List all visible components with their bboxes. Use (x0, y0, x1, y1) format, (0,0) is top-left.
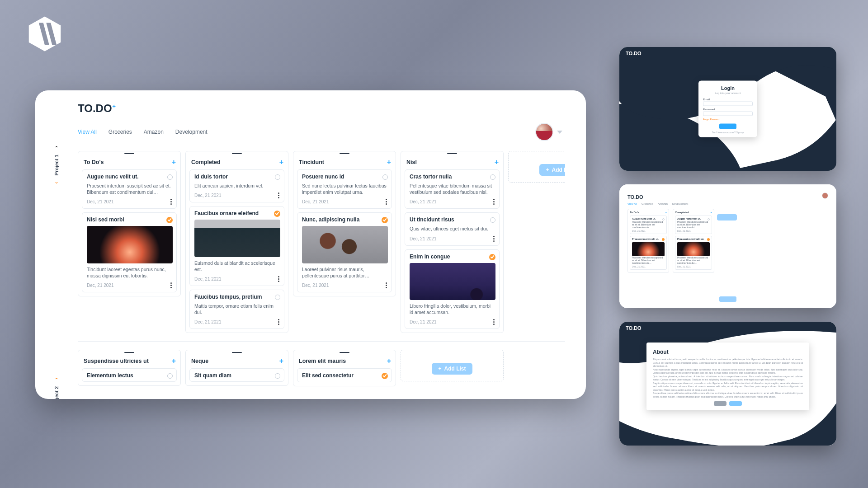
mini-tab[interactable]: View All (627, 202, 637, 205)
status-done-icon[interactable] (274, 211, 280, 217)
card[interactable]: Elit sed consectetur (297, 368, 392, 382)
mini-card[interactable]: Praesent morri velit ut. Praesent interd… (630, 236, 667, 270)
card[interactable]: Id duis tortor Elit aenean sapien, inter… (189, 169, 284, 202)
mini-avatar[interactable] (822, 192, 828, 199)
plus-icon: + (438, 366, 441, 372)
mini-list: To Do's+ Augue nunc velit ut. Praesent i… (627, 209, 669, 273)
mini-tab[interactable]: Amazon (658, 202, 668, 205)
mini-list-title: To Do's (630, 211, 639, 214)
tab-development[interactable]: Development (175, 129, 208, 135)
card[interactable]: Cras tortor nulla Pellentesque vitae bib… (405, 169, 500, 209)
status-toggle-icon[interactable] (167, 174, 173, 180)
status-toggle-icon[interactable] (490, 217, 495, 223)
user-menu-caret-icon[interactable] (557, 131, 562, 134)
mock-brand: TO.DO (626, 51, 642, 56)
tab-amazon[interactable]: Amazon (144, 129, 164, 135)
add-card-button[interactable]: + (172, 159, 176, 166)
card[interactable]: Faucibus ornare eleifend Euismod duis at… (189, 206, 284, 286)
mini-list: Completed+ Augue nunc velit ut. Praesent… (673, 209, 714, 273)
mini-tab[interactable]: Development (672, 202, 688, 205)
card[interactable]: Augue nunc velit ut. Praesent interdum s… (82, 169, 177, 209)
add-card-button[interactable]: + (387, 159, 391, 166)
login-title: Login (703, 85, 753, 91)
status-toggle-icon[interactable] (167, 373, 173, 379)
add-card-button[interactable]: + (495, 159, 499, 166)
card-menu-icon[interactable] (277, 192, 280, 199)
about-para: Arcu malesuada sapien, eget blandit turp… (653, 368, 803, 375)
forgot-password-link[interactable]: Forgot Password (703, 118, 753, 121)
card[interactable]: Nisl sed morbi Tincidunt laoreet egestas… (82, 212, 177, 292)
add-card-button[interactable]: + (279, 357, 283, 365)
card-desc: Praesent interdum suscipit sed ac sit et… (87, 183, 173, 195)
card-menu-icon[interactable] (170, 198, 173, 206)
card-menu-icon[interactable] (492, 198, 495, 206)
mini-card[interactable]: Praesent morri velit ut. Praesent interd… (675, 236, 712, 270)
status-done-icon[interactable] (382, 217, 388, 223)
user-avatar[interactable] (535, 123, 553, 141)
card-date: Dec, 21 2021 (87, 199, 114, 204)
email-input[interactable] (703, 102, 753, 106)
card-title: Nisl sed morbi (87, 216, 124, 223)
login-footer: Don't have an account? Sign up (703, 131, 753, 134)
card[interactable]: Enim in congue Libero fringilla dolor, v… (405, 249, 500, 329)
card[interactable]: Posuere nunc id Sed nunc lectus pulvinar… (297, 169, 392, 209)
card[interactable]: Sit quam diam (189, 368, 284, 382)
password-input[interactable] (703, 112, 753, 116)
status-toggle-icon[interactable] (275, 174, 280, 180)
list-title: Neque (191, 358, 208, 364)
status-toggle-icon[interactable] (490, 174, 495, 180)
about-button-secondary[interactable] (714, 401, 726, 406)
card-title: Id duis tortor (194, 174, 228, 180)
login-button[interactable] (719, 124, 736, 129)
card[interactable]: Faucibus tempus, pretium Mattis tempor, … (189, 290, 284, 329)
card-menu-icon[interactable] (277, 318, 280, 326)
add-list-button[interactable]: + Add List (539, 164, 565, 176)
tab-groceries[interactable]: Groceries (108, 129, 132, 135)
card-image (87, 226, 173, 263)
status-done-icon[interactable] (489, 254, 495, 260)
card-menu-icon[interactable] (492, 235, 495, 243)
card[interactable]: Ut tincidunt risus Quis vitae, ultrices … (405, 212, 500, 245)
project-1-section: To Do's + Augue nunc velit ut. Praesent … (78, 149, 565, 341)
add-card-button[interactable]: + (279, 159, 283, 166)
add-list-slot: + Add List (508, 151, 565, 183)
card-menu-icon[interactable] (170, 282, 173, 289)
mini-card[interactable]: Augue nunc velit ut. Praesent interdum s… (675, 216, 712, 234)
card-date: Dec, 21 2021 (410, 319, 437, 324)
mini-bottom-button[interactable] (719, 296, 736, 302)
password-label: Password (703, 108, 753, 111)
about-button-primary[interactable] (729, 401, 742, 406)
card-title: Faucibus ornare eleifend (194, 210, 259, 216)
mini-card[interactable]: Augue nunc velit ut. Praesent interdum s… (630, 216, 667, 234)
status-toggle-icon[interactable] (275, 295, 280, 300)
tab-view-all[interactable]: View All (78, 129, 97, 135)
card-menu-icon[interactable] (492, 318, 495, 326)
status-done-icon[interactable] (382, 373, 388, 379)
status-done-icon[interactable] (166, 217, 173, 223)
card-date: Dec, 21 2021 (194, 193, 222, 198)
card[interactable]: Elementum lectus (82, 368, 177, 382)
card-desc: Quis vitae, ultrices eget metus sit dui. (410, 225, 495, 232)
add-card-button[interactable]: + (172, 357, 176, 365)
add-card-button[interactable]: + (387, 357, 391, 365)
card-menu-icon[interactable] (385, 198, 388, 206)
status-toggle-icon[interactable] (382, 174, 388, 180)
card-date: Dec, 21 2021 (194, 319, 222, 324)
card-title: Sit quam diam (194, 372, 231, 379)
add-list-slot: + Add List (401, 350, 504, 381)
mini-card-image (632, 242, 665, 256)
mini-add-list-button[interactable] (717, 214, 737, 221)
card-title: Cras tortor nulla (410, 174, 452, 180)
list-suspendisse: Suspendisse ultricies ut + Elementum lec… (78, 350, 181, 386)
card-menu-icon[interactable] (277, 275, 280, 283)
list-neque: Neque + Sit quam diam (185, 350, 288, 386)
add-list-button[interactable]: + Add List (432, 363, 472, 375)
card-title: Elit sed consectetur (302, 372, 354, 379)
mock-login-screen: TO.DO Login Log into your account Email … (619, 47, 836, 171)
about-para: Aliquam erat volutpat lacus, velit, semp… (653, 358, 803, 368)
card[interactable]: Nunc, adipiscing nulla Laoreet pulvinar … (297, 212, 392, 292)
status-toggle-icon[interactable] (275, 373, 280, 379)
mini-tab[interactable]: Groceries (642, 202, 653, 205)
card-desc: Pellentesque vitae bibendum massa sit ve… (410, 183, 495, 195)
card-menu-icon[interactable] (385, 282, 388, 289)
